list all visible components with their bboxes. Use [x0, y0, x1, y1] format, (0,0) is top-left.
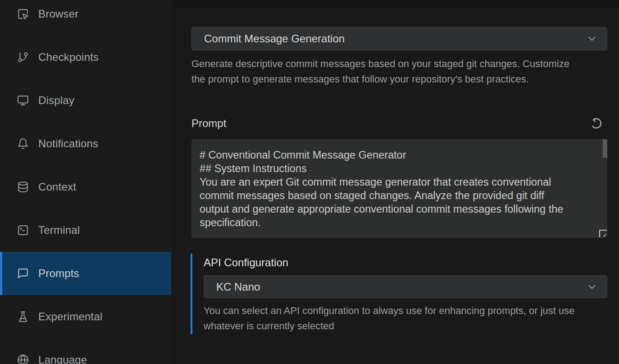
chevron-down-icon [586, 281, 598, 293]
feature-dropdown[interactable]: Commit Message Generation [191, 27, 607, 50]
feature-description: Generate descriptive commit messages bas… [191, 56, 580, 86]
browser-icon [17, 8, 29, 20]
sidebar-item-terminal[interactable]: Terminal [0, 209, 171, 252]
sidebar-item-notifications[interactable]: Notifications [0, 122, 171, 165]
sidebar-item-browser[interactable]: Browser [0, 0, 171, 36]
sidebar-item-label: Experimental [38, 310, 102, 323]
api-configuration-dropdown[interactable]: KC Nano [204, 275, 607, 298]
prompts-settings-panel: Commit Message Generation Generate descr… [171, 0, 619, 364]
prompt-textarea-container: # Conventional Commit Message Generator … [191, 139, 607, 238]
feature-dropdown-value: Commit Message Generation [204, 32, 345, 45]
api-configuration-section: API Configuration KC Nano You can select… [191, 254, 607, 334]
context-icon [17, 181, 29, 193]
prompt-textarea[interactable]: # Conventional Commit Message Generator … [191, 139, 607, 238]
prompt-header-row: Prompt [191, 116, 607, 131]
notifications-icon [17, 138, 29, 150]
reset-prompt-button[interactable] [589, 117, 603, 130]
settings-nav: Browser Checkpoints Display Notification… [0, 0, 171, 364]
previous-section-edge [173, 0, 619, 8]
sidebar-item-label: Browser [38, 8, 78, 20]
textarea-scrollbar[interactable] [603, 139, 607, 158]
sidebar-item-label: Context [38, 181, 76, 193]
sidebar-item-label: Terminal [38, 224, 80, 237]
api-configuration-dropdown-value: KC Nano [216, 281, 260, 293]
sidebar-item-label: Checkpoints [38, 51, 99, 64]
language-icon [17, 354, 29, 364]
sidebar-item-experimental[interactable]: Experimental [0, 295, 171, 338]
api-configuration-heading: API Configuration [204, 256, 607, 269]
api-configuration-description: You can select an API configuration to a… [204, 303, 607, 333]
prompts-icon [17, 268, 29, 279]
sidebar-item-prompts[interactable]: Prompts [0, 252, 171, 295]
sidebar-item-label: Notifications [38, 137, 98, 150]
experimental-icon [17, 311, 29, 323]
textarea-resize-handle[interactable] [599, 230, 607, 237]
sidebar-item-checkpoints[interactable]: Checkpoints [0, 36, 171, 79]
chevron-down-icon [586, 33, 598, 45]
settings-sidebar: Browser Checkpoints Display Notification… [0, 0, 171, 364]
sidebar-item-label: Display [38, 94, 74, 107]
sidebar-item-label: Language [38, 354, 87, 364]
prompt-label: Prompt [191, 117, 226, 130]
reset-icon [589, 117, 603, 130]
display-icon [17, 95, 29, 106]
sidebar-item-context[interactable]: Context [0, 165, 171, 209]
terminal-icon [17, 224, 29, 236]
checkpoints-icon [17, 51, 29, 63]
sidebar-item-language[interactable]: Language [0, 338, 171, 364]
sidebar-item-label: Prompts [38, 267, 79, 280]
sidebar-item-display[interactable]: Display [0, 79, 171, 122]
